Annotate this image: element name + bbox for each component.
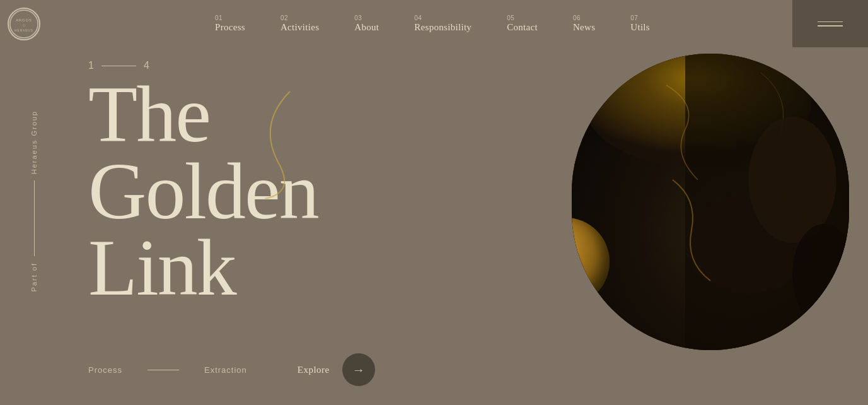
nav-item-news[interactable]: 06 News xyxy=(555,15,613,33)
bottom-bar: Process Extraction Explore → xyxy=(88,353,375,386)
nav-num-5: 05 xyxy=(507,15,514,22)
part-of-text: Part of xyxy=(30,262,38,291)
nav-num-2: 02 xyxy=(281,15,288,22)
hamburger-icon xyxy=(818,21,843,26)
nav-item-activities[interactable]: 02 Activities xyxy=(263,15,337,33)
side-divider-line xyxy=(34,180,35,256)
arrow-right-icon: → xyxy=(352,363,365,377)
nav-item-process[interactable]: 01 Process xyxy=(197,15,263,33)
nav-label-responsibility: Responsibility xyxy=(414,22,472,33)
nav-item-utils[interactable]: 07 Utils xyxy=(613,15,668,33)
process-label: Process xyxy=(88,365,122,375)
svg-text:⬡: ⬡ xyxy=(22,23,25,26)
nav-links: 01 Process 02 Activities 03 About 04 Res… xyxy=(47,15,792,33)
nav-label-process: Process xyxy=(215,22,245,33)
decorative-curve xyxy=(240,85,303,199)
main-nav: ARGOS ⬡ HERAEUS 01 Process 02 Activities… xyxy=(0,0,868,47)
svg-point-8 xyxy=(748,117,836,243)
nav-num-1: 01 xyxy=(215,15,223,22)
explore-group: Explore → xyxy=(298,353,375,386)
explore-text: Explore xyxy=(298,365,330,375)
nav-num-3: 03 xyxy=(354,15,362,22)
nav-label-contact: Contact xyxy=(507,22,538,33)
logo[interactable]: ARGOS ⬡ HERAEUS xyxy=(0,0,47,47)
nav-num-6: 06 xyxy=(573,15,581,22)
heraeus-group-text: Heraeus Group xyxy=(31,110,38,174)
image-placeholder xyxy=(572,54,849,350)
nav-label-about: About xyxy=(354,22,379,33)
rock-texture-svg xyxy=(572,54,849,350)
nav-num-7: 07 xyxy=(630,15,638,22)
extraction-label: Extraction xyxy=(204,365,247,375)
nav-label-activities: Activities xyxy=(281,22,319,33)
nav-item-about[interactable]: 03 About xyxy=(337,15,396,33)
bottom-divider-line xyxy=(148,370,179,370)
nav-menu-button[interactable] xyxy=(792,0,868,47)
svg-text:ARGOS: ARGOS xyxy=(16,18,32,22)
nav-item-responsibility[interactable]: 04 Responsibility xyxy=(396,15,489,33)
nav-label-utils: Utils xyxy=(630,22,650,33)
nav-label-news: News xyxy=(573,22,595,33)
explore-button[interactable]: → xyxy=(342,353,375,386)
counter-line xyxy=(101,66,136,66)
side-label: Heraeus Group Part of xyxy=(30,110,38,292)
nav-num-4: 04 xyxy=(414,15,422,22)
logo-circle: ARGOS ⬡ HERAEUS xyxy=(8,8,40,40)
main-content: Heraeus Group Part of 1 4 The Golden Lin… xyxy=(0,47,868,405)
logo-svg: ARGOS ⬡ HERAEUS xyxy=(9,8,39,40)
nav-item-contact[interactable]: 05 Contact xyxy=(489,15,555,33)
hero-image xyxy=(572,54,849,350)
svg-text:HERAEUS: HERAEUS xyxy=(14,28,33,32)
headline-link: Link xyxy=(88,230,318,307)
